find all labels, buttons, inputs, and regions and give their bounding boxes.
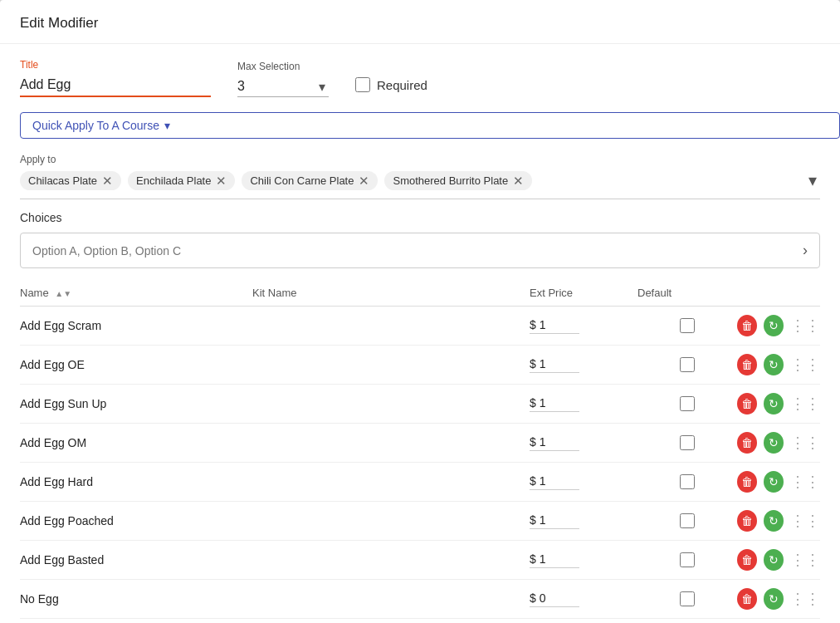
delete-button[interactable]: 🗑 — [737, 471, 757, 493]
delete-button[interactable]: 🗑 — [737, 432, 757, 454]
row-ext-price: $ 1 — [530, 318, 579, 334]
copy-button[interactable]: ↻ — [764, 510, 784, 532]
table-row: Add Egg Sun Up $ 1 🗑 ↻ ⋮⋮ — [20, 385, 820, 424]
chip-enchilada-text: Enchilada Plate — [136, 174, 211, 187]
chips-row: Chilacas Plate ✕ Enchilada Plate ✕ Chili… — [20, 170, 820, 199]
delete-button[interactable]: 🗑 — [737, 354, 757, 375]
row-default-checkbox[interactable] — [680, 591, 695, 606]
choices-input[interactable] — [32, 244, 803, 258]
row-actions: 🗑 ↻ ⋮⋮ — [737, 471, 820, 493]
row-name: Add Egg OM — [20, 436, 252, 449]
table-row: Add Egg OE $ 1 🗑 ↻ ⋮⋮ — [20, 346, 820, 385]
row-default-checkbox[interactable] — [680, 357, 695, 372]
row-name: Add Egg OE — [20, 358, 252, 371]
sort-icon[interactable]: ▲▼ — [55, 290, 71, 298]
title-label: Title — [20, 59, 211, 71]
row-name: Add Egg Hard — [20, 475, 252, 488]
row-ext-price: $ 1 — [530, 396, 579, 412]
row-ext-price: $ 1 — [530, 513, 579, 529]
sub-choices-section: Sub Choices Use subchoices for nested ch… — [0, 619, 840, 623]
row-default-checkbox[interactable] — [680, 513, 695, 528]
chip-smothered: Smothered Burrito Plate ✕ — [384, 171, 532, 190]
chips-dropdown-icon[interactable]: ▾ — [805, 170, 820, 190]
quick-apply-button[interactable]: Quick Apply To A Course ▾ — [20, 112, 840, 139]
row-default-cell — [637, 474, 737, 489]
row-name: Add Egg Scram — [20, 319, 252, 332]
row-actions: 🗑 ↻ ⋮⋮ — [737, 549, 820, 571]
table-row: Add Egg Hard $ 1 🗑 ↻ ⋮⋮ — [20, 463, 820, 502]
required-group: Required — [355, 77, 427, 92]
table-row: Add Egg OM $ 1 🗑 ↻ ⋮⋮ — [20, 424, 820, 463]
drag-handle-icon[interactable]: ⋮⋮ — [790, 434, 820, 452]
copy-button[interactable]: ↻ — [764, 315, 784, 336]
row-ext-price: $ 1 — [530, 552, 579, 568]
form-row-main: Title Max Selection 1 2 3 4 5 ▾ — [20, 59, 820, 97]
row-default-cell — [637, 357, 737, 372]
title-field-group: Title — [20, 59, 211, 97]
chip-chili-text: Chili Con Carne Plate — [250, 174, 354, 187]
row-name: Add Egg Sun Up — [20, 397, 252, 410]
delete-button[interactable]: 🗑 — [737, 588, 757, 610]
chip-chilacas-text: Chilacas Plate — [28, 174, 97, 187]
modal-title: Edit Modifier — [20, 15, 98, 31]
col-actions — [737, 287, 820, 299]
col-default: Default — [637, 287, 737, 299]
row-default-checkbox[interactable] — [680, 474, 695, 489]
apply-to-section: Apply to Chilacas Plate ✕ Enchilada Plat… — [0, 154, 840, 199]
chip-enchilada-remove[interactable]: ✕ — [216, 174, 227, 187]
modal-header: Edit Modifier — [0, 0, 840, 44]
row-default-checkbox[interactable] — [680, 318, 695, 333]
copy-button[interactable]: ↻ — [764, 354, 784, 375]
delete-button[interactable]: 🗑 — [737, 315, 757, 336]
max-selection-field-group: Max Selection 1 2 3 4 5 ▾ — [237, 61, 329, 97]
max-selection-select[interactable]: 1 2 3 4 5 — [237, 76, 329, 97]
row-actions: 🗑 ↻ ⋮⋮ — [737, 432, 820, 454]
chip-chili-remove[interactable]: ✕ — [359, 174, 369, 187]
copy-button[interactable]: ↻ — [764, 432, 784, 454]
row-name: Add Egg Poached — [20, 514, 252, 527]
drag-handle-icon[interactable]: ⋮⋮ — [790, 512, 820, 530]
table-row: No Egg $ 0 🗑 ↻ ⋮⋮ — [20, 580, 820, 619]
chip-chili: Chili Con Carne Plate ✕ — [242, 171, 378, 190]
row-default-cell — [637, 513, 737, 528]
max-selection-wrapper: 1 2 3 4 5 ▾ — [237, 76, 329, 97]
delete-button[interactable]: 🗑 — [737, 549, 757, 571]
copy-button[interactable]: ↻ — [764, 393, 784, 415]
chip-smothered-remove[interactable]: ✕ — [513, 174, 524, 187]
row-default-checkbox[interactable] — [680, 396, 695, 411]
copy-button[interactable]: ↻ — [764, 588, 784, 610]
required-checkbox[interactable] — [355, 77, 370, 92]
copy-button[interactable]: ↻ — [764, 471, 784, 493]
edit-modifier-modal: Edit Modifier Title Max Selection 1 2 3 … — [0, 0, 840, 623]
chip-enchilada: Enchilada Plate ✕ — [128, 171, 235, 190]
row-ext-price: $ 0 — [530, 591, 579, 607]
drag-handle-icon[interactable]: ⋮⋮ — [790, 551, 820, 569]
chip-smothered-text: Smothered Burrito Plate — [393, 174, 508, 187]
row-default-checkbox[interactable] — [680, 552, 695, 567]
drag-handle-icon[interactable]: ⋮⋮ — [790, 473, 820, 491]
delete-button[interactable]: 🗑 — [737, 510, 757, 532]
title-input[interactable] — [20, 74, 211, 97]
row-actions: 🗑 ↻ ⋮⋮ — [737, 510, 820, 532]
col-name: Name ▲▼ — [20, 287, 252, 299]
drag-handle-icon[interactable]: ⋮⋮ — [790, 395, 820, 413]
quick-apply-label: Quick Apply To A Course — [32, 119, 159, 132]
drag-handle-icon[interactable]: ⋮⋮ — [790, 316, 820, 335]
row-actions: 🗑 ↻ ⋮⋮ — [737, 315, 820, 336]
apply-to-label: Apply to — [20, 154, 820, 165]
choices-input-row[interactable]: › — [20, 233, 820, 268]
row-actions: 🗑 ↻ ⋮⋮ — [737, 393, 820, 415]
row-default-checkbox[interactable] — [680, 435, 695, 450]
copy-button[interactable]: ↻ — [764, 549, 784, 571]
row-ext-price: $ 1 — [530, 357, 579, 373]
delete-button[interactable]: 🗑 — [737, 393, 757, 415]
col-kit-name: Kit Name — [252, 287, 530, 299]
chip-chilacas-remove[interactable]: ✕ — [102, 174, 113, 187]
table-row: Add Egg Scram $ 1 🗑 ↻ ⋮⋮ — [20, 307, 820, 346]
form-section: Title Max Selection 1 2 3 4 5 ▾ — [0, 44, 840, 112]
choices-title: Choices — [20, 211, 820, 224]
row-ext-price: $ 1 — [530, 474, 579, 490]
drag-handle-icon[interactable]: ⋮⋮ — [790, 590, 820, 608]
row-default-cell — [637, 435, 737, 450]
drag-handle-icon[interactable]: ⋮⋮ — [790, 356, 820, 374]
